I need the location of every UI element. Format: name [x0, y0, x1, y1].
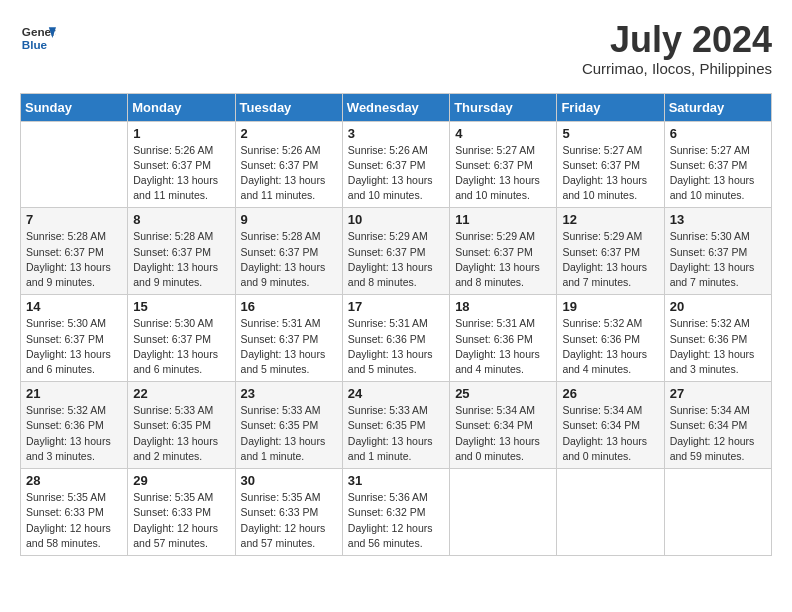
logo: General Blue	[20, 20, 56, 56]
day-number: 21	[26, 386, 122, 401]
calendar-cell: 31Sunrise: 5:36 AM Sunset: 6:32 PM Dayli…	[342, 469, 449, 556]
day-info: Sunrise: 5:33 AM Sunset: 6:35 PM Dayligh…	[241, 403, 337, 464]
day-info: Sunrise: 5:33 AM Sunset: 6:35 PM Dayligh…	[133, 403, 229, 464]
day-info: Sunrise: 5:29 AM Sunset: 6:37 PM Dayligh…	[348, 229, 444, 290]
calendar-cell: 12Sunrise: 5:29 AM Sunset: 6:37 PM Dayli…	[557, 208, 664, 295]
calendar-cell: 19Sunrise: 5:32 AM Sunset: 6:36 PM Dayli…	[557, 295, 664, 382]
calendar-cell: 26Sunrise: 5:34 AM Sunset: 6:34 PM Dayli…	[557, 382, 664, 469]
day-number: 28	[26, 473, 122, 488]
day-info: Sunrise: 5:32 AM Sunset: 6:36 PM Dayligh…	[26, 403, 122, 464]
day-number: 2	[241, 126, 337, 141]
day-header-sunday: Sunday	[21, 93, 128, 121]
day-info: Sunrise: 5:27 AM Sunset: 6:37 PM Dayligh…	[562, 143, 658, 204]
day-number: 20	[670, 299, 766, 314]
calendar-cell: 13Sunrise: 5:30 AM Sunset: 6:37 PM Dayli…	[664, 208, 771, 295]
day-number: 25	[455, 386, 551, 401]
day-info: Sunrise: 5:32 AM Sunset: 6:36 PM Dayligh…	[670, 316, 766, 377]
day-info: Sunrise: 5:34 AM Sunset: 6:34 PM Dayligh…	[455, 403, 551, 464]
calendar-cell: 21Sunrise: 5:32 AM Sunset: 6:36 PM Dayli…	[21, 382, 128, 469]
day-header-monday: Monday	[128, 93, 235, 121]
day-info: Sunrise: 5:30 AM Sunset: 6:37 PM Dayligh…	[26, 316, 122, 377]
day-number: 24	[348, 386, 444, 401]
day-header-tuesday: Tuesday	[235, 93, 342, 121]
day-header-friday: Friday	[557, 93, 664, 121]
day-info: Sunrise: 5:29 AM Sunset: 6:37 PM Dayligh…	[562, 229, 658, 290]
day-info: Sunrise: 5:32 AM Sunset: 6:36 PM Dayligh…	[562, 316, 658, 377]
day-header-saturday: Saturday	[664, 93, 771, 121]
calendar-table: SundayMondayTuesdayWednesdayThursdayFrid…	[20, 93, 772, 556]
calendar-cell: 20Sunrise: 5:32 AM Sunset: 6:36 PM Dayli…	[664, 295, 771, 382]
calendar-cell: 4Sunrise: 5:27 AM Sunset: 6:37 PM Daylig…	[450, 121, 557, 208]
day-number: 6	[670, 126, 766, 141]
day-number: 23	[241, 386, 337, 401]
day-info: Sunrise: 5:31 AM Sunset: 6:37 PM Dayligh…	[241, 316, 337, 377]
day-info: Sunrise: 5:28 AM Sunset: 6:37 PM Dayligh…	[241, 229, 337, 290]
day-info: Sunrise: 5:27 AM Sunset: 6:37 PM Dayligh…	[455, 143, 551, 204]
calendar-cell: 23Sunrise: 5:33 AM Sunset: 6:35 PM Dayli…	[235, 382, 342, 469]
day-info: Sunrise: 5:26 AM Sunset: 6:37 PM Dayligh…	[241, 143, 337, 204]
day-number: 13	[670, 212, 766, 227]
day-number: 5	[562, 126, 658, 141]
month-title: July 2024	[582, 20, 772, 60]
day-info: Sunrise: 5:26 AM Sunset: 6:37 PM Dayligh…	[348, 143, 444, 204]
day-number: 19	[562, 299, 658, 314]
day-info: Sunrise: 5:30 AM Sunset: 6:37 PM Dayligh…	[670, 229, 766, 290]
day-number: 22	[133, 386, 229, 401]
calendar-cell: 10Sunrise: 5:29 AM Sunset: 6:37 PM Dayli…	[342, 208, 449, 295]
page-header: General Blue July 2024 Currimao, Ilocos,…	[20, 20, 772, 77]
day-header-wednesday: Wednesday	[342, 93, 449, 121]
day-number: 8	[133, 212, 229, 227]
calendar-cell: 7Sunrise: 5:28 AM Sunset: 6:37 PM Daylig…	[21, 208, 128, 295]
calendar-cell: 11Sunrise: 5:29 AM Sunset: 6:37 PM Dayli…	[450, 208, 557, 295]
day-number: 26	[562, 386, 658, 401]
day-info: Sunrise: 5:35 AM Sunset: 6:33 PM Dayligh…	[133, 490, 229, 551]
calendar-cell: 29Sunrise: 5:35 AM Sunset: 6:33 PM Dayli…	[128, 469, 235, 556]
title-block: July 2024 Currimao, Ilocos, Philippines	[582, 20, 772, 77]
day-info: Sunrise: 5:30 AM Sunset: 6:37 PM Dayligh…	[133, 316, 229, 377]
day-number: 14	[26, 299, 122, 314]
day-info: Sunrise: 5:27 AM Sunset: 6:37 PM Dayligh…	[670, 143, 766, 204]
calendar-cell: 3Sunrise: 5:26 AM Sunset: 6:37 PM Daylig…	[342, 121, 449, 208]
calendar-cell: 5Sunrise: 5:27 AM Sunset: 6:37 PM Daylig…	[557, 121, 664, 208]
calendar-cell: 1Sunrise: 5:26 AM Sunset: 6:37 PM Daylig…	[128, 121, 235, 208]
calendar-cell: 6Sunrise: 5:27 AM Sunset: 6:37 PM Daylig…	[664, 121, 771, 208]
calendar-cell: 2Sunrise: 5:26 AM Sunset: 6:37 PM Daylig…	[235, 121, 342, 208]
day-number: 18	[455, 299, 551, 314]
calendar-cell: 22Sunrise: 5:33 AM Sunset: 6:35 PM Dayli…	[128, 382, 235, 469]
day-number: 16	[241, 299, 337, 314]
calendar-cell: 17Sunrise: 5:31 AM Sunset: 6:36 PM Dayli…	[342, 295, 449, 382]
calendar-cell: 8Sunrise: 5:28 AM Sunset: 6:37 PM Daylig…	[128, 208, 235, 295]
day-number: 31	[348, 473, 444, 488]
day-number: 12	[562, 212, 658, 227]
day-number: 17	[348, 299, 444, 314]
calendar-cell: 18Sunrise: 5:31 AM Sunset: 6:36 PM Dayli…	[450, 295, 557, 382]
calendar-cell: 9Sunrise: 5:28 AM Sunset: 6:37 PM Daylig…	[235, 208, 342, 295]
day-number: 3	[348, 126, 444, 141]
day-number: 4	[455, 126, 551, 141]
day-info: Sunrise: 5:28 AM Sunset: 6:37 PM Dayligh…	[133, 229, 229, 290]
calendar-cell	[557, 469, 664, 556]
day-number: 30	[241, 473, 337, 488]
day-number: 9	[241, 212, 337, 227]
day-info: Sunrise: 5:35 AM Sunset: 6:33 PM Dayligh…	[26, 490, 122, 551]
calendar-cell: 14Sunrise: 5:30 AM Sunset: 6:37 PM Dayli…	[21, 295, 128, 382]
day-number: 29	[133, 473, 229, 488]
svg-text:Blue: Blue	[22, 38, 48, 51]
calendar-header: SundayMondayTuesdayWednesdayThursdayFrid…	[21, 93, 772, 121]
calendar-cell: 16Sunrise: 5:31 AM Sunset: 6:37 PM Dayli…	[235, 295, 342, 382]
day-number: 27	[670, 386, 766, 401]
day-number: 10	[348, 212, 444, 227]
day-info: Sunrise: 5:31 AM Sunset: 6:36 PM Dayligh…	[455, 316, 551, 377]
day-info: Sunrise: 5:28 AM Sunset: 6:37 PM Dayligh…	[26, 229, 122, 290]
day-header-thursday: Thursday	[450, 93, 557, 121]
day-info: Sunrise: 5:33 AM Sunset: 6:35 PM Dayligh…	[348, 403, 444, 464]
location-subtitle: Currimao, Ilocos, Philippines	[582, 60, 772, 77]
day-info: Sunrise: 5:29 AM Sunset: 6:37 PM Dayligh…	[455, 229, 551, 290]
calendar-cell	[450, 469, 557, 556]
day-number: 15	[133, 299, 229, 314]
calendar-cell: 24Sunrise: 5:33 AM Sunset: 6:35 PM Dayli…	[342, 382, 449, 469]
day-info: Sunrise: 5:35 AM Sunset: 6:33 PM Dayligh…	[241, 490, 337, 551]
day-info: Sunrise: 5:31 AM Sunset: 6:36 PM Dayligh…	[348, 316, 444, 377]
calendar-cell: 15Sunrise: 5:30 AM Sunset: 6:37 PM Dayli…	[128, 295, 235, 382]
calendar-cell: 27Sunrise: 5:34 AM Sunset: 6:34 PM Dayli…	[664, 382, 771, 469]
